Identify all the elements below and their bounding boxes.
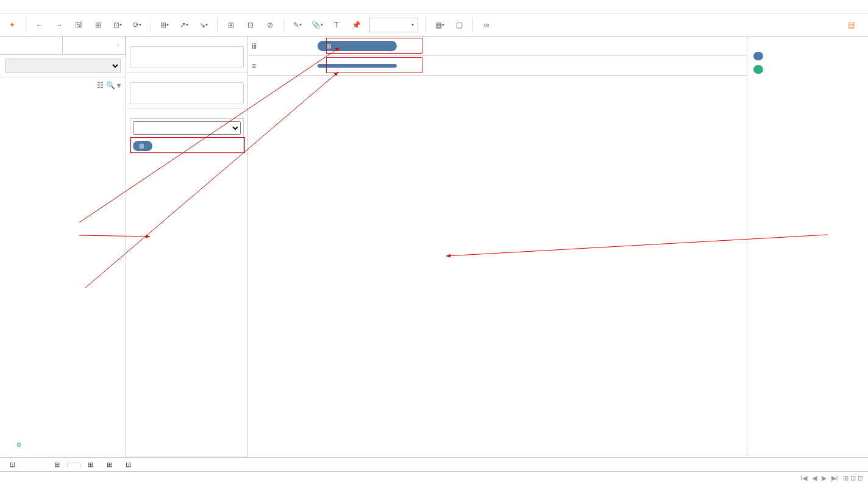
shelves-panel: ⊞ bbox=[126, 37, 248, 457]
datasource-select[interactable] bbox=[5, 59, 121, 73]
rows-shelf[interactable] bbox=[318, 64, 743, 68]
showme-toggle[interactable]: ▤ bbox=[842, 16, 864, 34]
boxplot-chart bbox=[315, 88, 680, 429]
marks-title bbox=[126, 109, 247, 115]
tab-analysis[interactable]: ◦ bbox=[63, 37, 126, 54]
new-story-icon[interactable]: ⊡ bbox=[119, 459, 137, 471]
status-bar: I◀◀▶▶I⊞ ⊡ ⊡ bbox=[0, 472, 868, 484]
sort-desc-icon[interactable]: ↘▾ bbox=[195, 16, 212, 34]
measures-header bbox=[0, 425, 126, 432]
new-worksheet-icon[interactable]: ⊞ bbox=[82, 459, 99, 471]
rows-label: ≡ bbox=[252, 62, 313, 70]
pages-shelf-title bbox=[126, 37, 247, 43]
marks-card: ⊞ bbox=[130, 118, 244, 154]
new-data-icon[interactable]: ⊞ bbox=[90, 16, 107, 34]
columns-shelf[interactable]: ⊞ bbox=[318, 41, 743, 51]
sheet-tabs: ⊡ ⊞ ⊞ ⊞ ⊡ bbox=[0, 457, 868, 472]
mark-type-select[interactable] bbox=[133, 121, 241, 135]
attach-icon[interactable]: 📎▾ bbox=[308, 16, 326, 34]
showme-panel bbox=[747, 37, 868, 457]
subcategory-pill[interactable]: ⊞ bbox=[133, 141, 152, 151]
columns-pill-category[interactable]: ⊞ bbox=[318, 41, 397, 51]
show-cards-icon[interactable]: ▦▾ bbox=[431, 16, 448, 34]
share-icon[interactable]: ∞ bbox=[478, 16, 495, 34]
clear-icon[interactable]: ⊘ bbox=[261, 16, 279, 34]
presentation-icon[interactable]: ▢ bbox=[450, 16, 468, 34]
rows-pill-sum-sales[interactable] bbox=[318, 64, 397, 68]
group-icon[interactable]: ⊞ bbox=[222, 16, 240, 34]
tableau-logo-icon[interactable]: ✦ bbox=[4, 16, 21, 34]
forward-icon[interactable]: → bbox=[51, 16, 68, 34]
columns-label: iii bbox=[252, 42, 313, 51]
sheet-intro[interactable]: ⊞ bbox=[48, 459, 66, 471]
pin-icon[interactable]: 📌 bbox=[347, 16, 365, 34]
tab-data[interactable] bbox=[0, 37, 63, 54]
refresh-icon[interactable]: ⟳▾ bbox=[129, 16, 146, 34]
set-item[interactable]: ⊘ bbox=[0, 440, 126, 450]
nav-icons[interactable]: I◀◀▶▶I⊞ ⊡ ⊡ bbox=[800, 474, 863, 482]
sort-asc-icon[interactable]: ↗▾ bbox=[176, 16, 193, 34]
params-header bbox=[0, 450, 126, 457]
new-sheet-icon[interactable]: ⊡▾ bbox=[109, 16, 126, 34]
menu-bar bbox=[0, 0, 868, 13]
filters-shelf[interactable] bbox=[130, 82, 244, 104]
highlight-icon[interactable]: ✎▾ bbox=[289, 16, 306, 34]
toolbar: ✦ ← → 🖫 ⊞ ⊡▾ ⟳▾ ⊞▾ ↗▾ ↘▾ ⊞ ⊡ ⊘ ✎▾ 📎▾ T 📌… bbox=[0, 13, 868, 37]
chart-title bbox=[248, 76, 747, 88]
pages-shelf[interactable] bbox=[130, 46, 244, 68]
data-sidebar: ◦ ☷ 🔍 ▾ ⊘ bbox=[0, 37, 126, 457]
back-icon[interactable]: ← bbox=[31, 16, 48, 34]
sheet-boxplot[interactable] bbox=[67, 463, 80, 467]
save-icon[interactable]: 🖫 bbox=[70, 16, 87, 34]
filters-shelf-title bbox=[126, 73, 247, 79]
sets-header bbox=[0, 432, 126, 440]
fit-dropdown[interactable]: ▾ bbox=[369, 18, 418, 32]
showme-hints bbox=[747, 44, 868, 82]
datasource-tab[interactable]: ⊡ bbox=[4, 459, 21, 471]
new-dashboard-icon[interactable]: ⊞ bbox=[101, 459, 118, 471]
canvas-area: iii ⊞ ≡ bbox=[248, 37, 747, 457]
worksheet-icon[interactable]: ⊡ bbox=[242, 16, 259, 34]
swap-icon[interactable]: ⊞▾ bbox=[156, 16, 173, 34]
dimensions-header: ☷ 🔍 ▾ bbox=[0, 77, 126, 93]
label-icon[interactable]: T bbox=[328, 16, 345, 34]
